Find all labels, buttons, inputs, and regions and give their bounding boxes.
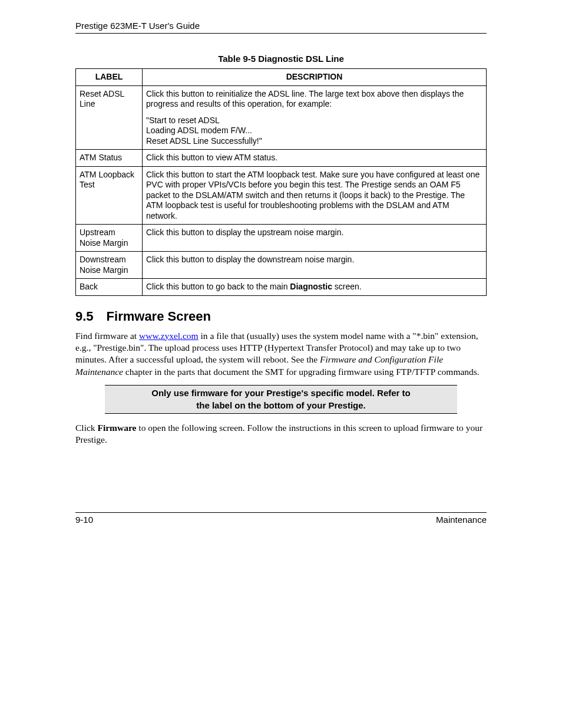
warning-callout: Only use firmware for your Prestige's sp… bbox=[105, 385, 457, 414]
description-paragraph: Click this button to start the ATM loopb… bbox=[146, 170, 482, 222]
section-title: Firmware Screen bbox=[107, 309, 211, 324]
text: to open the following screen. Follow the… bbox=[75, 423, 482, 444]
page-footer: 9-10 Maintenance bbox=[75, 512, 487, 525]
cell-label: Reset ADSL Line bbox=[76, 85, 143, 150]
footer-section: Maintenance bbox=[436, 515, 487, 525]
footer-page-number: 9-10 bbox=[75, 515, 93, 525]
table-row: Reset ADSL LineClick this button to rein… bbox=[76, 85, 487, 150]
table-row: BackClick this button to go back to the … bbox=[76, 279, 487, 296]
diagnostic-table: LABEL DESCRIPTION Reset ADSL LineClick t… bbox=[75, 68, 487, 296]
description-paragraph: Click this button to view ATM status. bbox=[146, 153, 482, 163]
cell-label: ATM Loopback Test bbox=[76, 166, 143, 225]
cell-description: Click this button to display the upstrea… bbox=[143, 225, 487, 252]
table-row: Upstream Noise MarginClick this button t… bbox=[76, 225, 487, 252]
table-row: Downstream Noise MarginClick this button… bbox=[76, 252, 487, 279]
cell-label: Back bbox=[76, 279, 143, 296]
table-row: ATM Loopback TestClick this button to st… bbox=[76, 166, 487, 225]
col-header-description: DESCRIPTION bbox=[143, 69, 487, 86]
page-header: Prestige 623ME-T User's Guide bbox=[75, 21, 487, 34]
cell-label: Upstream Noise Margin bbox=[76, 225, 143, 252]
cell-label: Downstream Noise Margin bbox=[76, 252, 143, 279]
cell-label: ATM Status bbox=[76, 150, 143, 167]
description-paragraph: Click this button to reinitialize the AD… bbox=[146, 89, 482, 110]
firmware-intro-paragraph: Find firmware at www.zyxel.com in a file… bbox=[75, 330, 487, 378]
cell-description: Click this button to view ATM status. bbox=[143, 150, 487, 167]
cell-description: Click this button to reinitialize the AD… bbox=[143, 85, 487, 150]
description-paragraph: "Start to reset ADSLLoading ADSL modem F… bbox=[146, 116, 482, 147]
text: Click bbox=[75, 423, 97, 433]
section-heading: 9.5Firmware Screen bbox=[75, 309, 487, 324]
cell-description: Click this button to go back to the main… bbox=[143, 279, 487, 296]
text: chapter in the parts that document the S… bbox=[123, 367, 480, 377]
text: Find firmware at bbox=[75, 331, 139, 341]
table-row: ATM StatusClick this button to view ATM … bbox=[76, 150, 487, 167]
table-header-row: LABEL DESCRIPTION bbox=[76, 69, 487, 86]
cell-description: Click this button to display the downstr… bbox=[143, 252, 487, 279]
section-number: 9.5 bbox=[75, 309, 94, 324]
table-caption: Table 9-5 Diagnostic DSL Line bbox=[75, 54, 487, 64]
description-paragraph: Click this button to display the upstrea… bbox=[146, 228, 482, 238]
cell-description: Click this button to start the ATM loopb… bbox=[143, 166, 487, 225]
description-paragraph: Click this button to go back to the main… bbox=[146, 282, 482, 292]
col-header-label: LABEL bbox=[76, 69, 143, 86]
bold-text: Firmware bbox=[97, 423, 136, 433]
firmware-click-paragraph: Click Firmware to open the following scr… bbox=[75, 422, 487, 446]
zyxel-link[interactable]: www.zyxel.com bbox=[139, 331, 199, 341]
description-paragraph: Click this button to display the downstr… bbox=[146, 255, 482, 265]
